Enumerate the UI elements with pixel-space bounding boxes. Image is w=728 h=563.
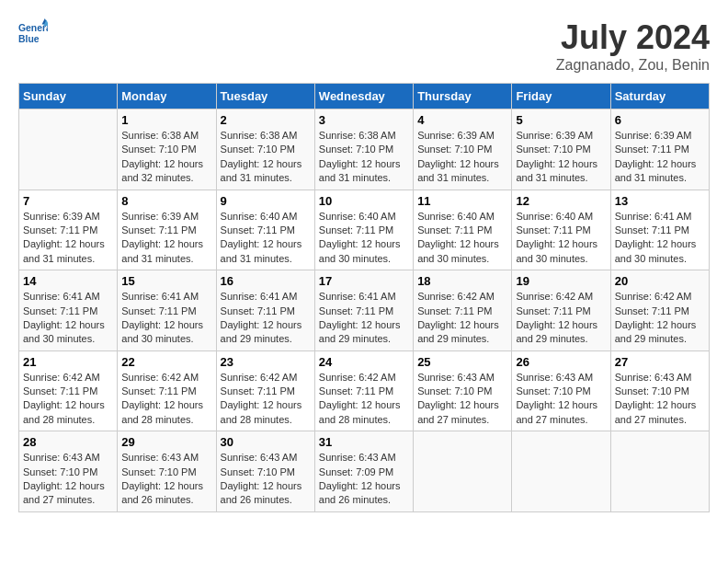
day-info: Sunrise: 6:41 AM Sunset: 7:11 PM Dayligh…: [615, 210, 705, 267]
daylight: Daylight: 12 hours and 31 minutes.: [221, 157, 311, 186]
daylight: Daylight: 12 hours and 27 minutes.: [417, 398, 507, 427]
calendar-cell: 17 Sunrise: 6:41 AM Sunset: 7:11 PM Dayl…: [314, 270, 413, 351]
sunrise: Sunrise: 6:43 AM: [516, 371, 606, 385]
sunset: Sunset: 7:11 PM: [221, 224, 311, 237]
day-info: Sunrise: 6:42 AM Sunset: 7:11 PM Dayligh…: [221, 371, 311, 428]
day-number: 14: [23, 274, 113, 288]
daylight: Daylight: 12 hours and 30 minutes.: [319, 237, 409, 266]
day-number: 12: [516, 194, 606, 208]
sunrise: Sunrise: 6:42 AM: [417, 290, 507, 304]
day-info: Sunrise: 6:41 AM Sunset: 7:11 PM Dayligh…: [221, 290, 311, 347]
daylight: Daylight: 12 hours and 27 minutes.: [516, 398, 606, 427]
day-number: 25: [417, 355, 507, 369]
sunset: Sunset: 7:10 PM: [417, 143, 507, 156]
day-info: Sunrise: 6:39 AM Sunset: 7:11 PM Dayligh…: [615, 129, 705, 186]
daylight: Daylight: 12 hours and 31 minutes.: [121, 237, 211, 266]
calendar-cell: 12 Sunrise: 6:40 AM Sunset: 7:11 PM Dayl…: [512, 190, 610, 270]
daylight: Daylight: 12 hours and 31 minutes.: [319, 157, 409, 186]
day-info: Sunrise: 6:43 AM Sunset: 7:09 PM Dayligh…: [319, 451, 409, 508]
day-info: Sunrise: 6:43 AM Sunset: 7:10 PM Dayligh…: [516, 371, 606, 428]
day-number: 20: [615, 274, 705, 288]
day-number: 13: [615, 194, 705, 208]
weekday-header-row: Sunday Monday Tuesday Wednesday Thursday…: [19, 84, 710, 109]
daylight: Daylight: 12 hours and 32 minutes.: [121, 157, 211, 186]
sunrise: Sunrise: 6:39 AM: [417, 129, 507, 143]
header-sunday: Sunday: [19, 84, 118, 109]
sunset: Sunset: 7:10 PM: [319, 143, 409, 156]
day-info: Sunrise: 6:43 AM Sunset: 7:10 PM Dayligh…: [221, 451, 311, 508]
svg-text:Blue: Blue: [18, 34, 40, 44]
daylight: Daylight: 12 hours and 31 minutes.: [23, 237, 113, 266]
calendar-cell: 21 Sunrise: 6:42 AM Sunset: 7:11 PM Dayl…: [19, 350, 118, 431]
daylight: Daylight: 12 hours and 31 minutes.: [516, 157, 606, 186]
daylight: Daylight: 12 hours and 28 minutes.: [221, 398, 311, 427]
calendar-cell: 24 Sunrise: 6:42 AM Sunset: 7:11 PM Dayl…: [314, 350, 413, 431]
calendar-cell: 11 Sunrise: 6:40 AM Sunset: 7:11 PM Dayl…: [414, 190, 512, 270]
calendar-week-row: 28 Sunrise: 6:43 AM Sunset: 7:10 PM Dayl…: [19, 431, 710, 512]
calendar-cell: 19 Sunrise: 6:42 AM Sunset: 7:11 PM Dayl…: [512, 270, 610, 351]
day-number: 1: [121, 113, 211, 127]
daylight: Daylight: 12 hours and 29 minutes.: [221, 318, 311, 347]
sunrise: Sunrise: 6:43 AM: [221, 451, 311, 465]
daylight: Daylight: 12 hours and 27 minutes.: [615, 398, 705, 427]
calendar-cell: 20 Sunrise: 6:42 AM Sunset: 7:11 PM Dayl…: [610, 270, 709, 351]
calendar-cell: 5 Sunrise: 6:39 AM Sunset: 7:10 PM Dayli…: [512, 109, 610, 190]
sunset: Sunset: 7:10 PM: [417, 385, 507, 398]
sunset: Sunset: 7:11 PM: [516, 224, 606, 237]
calendar-week-row: 21 Sunrise: 6:42 AM Sunset: 7:11 PM Dayl…: [19, 350, 710, 431]
calendar-cell: 31 Sunrise: 6:43 AM Sunset: 7:09 PM Dayl…: [314, 431, 413, 512]
day-info: Sunrise: 6:40 AM Sunset: 7:11 PM Dayligh…: [319, 210, 409, 267]
sunrise: Sunrise: 6:38 AM: [121, 129, 211, 143]
sunrise: Sunrise: 6:42 AM: [319, 371, 409, 385]
sunrise: Sunrise: 6:41 AM: [23, 290, 113, 304]
day-info: Sunrise: 6:42 AM Sunset: 7:11 PM Dayligh…: [516, 290, 606, 347]
sunrise: Sunrise: 6:43 AM: [319, 451, 409, 465]
daylight: Daylight: 12 hours and 29 minutes.: [417, 318, 507, 347]
calendar-cell: [512, 431, 610, 512]
daylight: Daylight: 12 hours and 29 minutes.: [615, 318, 705, 347]
page-subtitle: Zagnanado, Zou, Benin: [556, 57, 710, 74]
sunset: Sunset: 7:11 PM: [121, 224, 211, 237]
calendar-cell: 14 Sunrise: 6:41 AM Sunset: 7:11 PM Dayl…: [19, 270, 118, 351]
logo: General Blue General Blue: [18, 18, 48, 48]
calendar-week-row: 14 Sunrise: 6:41 AM Sunset: 7:11 PM Dayl…: [19, 270, 710, 351]
day-info: Sunrise: 6:42 AM Sunset: 7:11 PM Dayligh…: [319, 371, 409, 428]
day-info: Sunrise: 6:43 AM Sunset: 7:10 PM Dayligh…: [121, 451, 211, 508]
sunset: Sunset: 7:11 PM: [23, 385, 113, 398]
page-title: July 2024: [556, 18, 710, 57]
sunrise: Sunrise: 6:41 AM: [319, 290, 409, 304]
sunrise: Sunrise: 6:39 AM: [121, 210, 211, 224]
sunrise: Sunrise: 6:40 AM: [417, 210, 507, 224]
calendar-header: Sunday Monday Tuesday Wednesday Thursday…: [19, 84, 710, 109]
day-info: Sunrise: 6:40 AM Sunset: 7:11 PM Dayligh…: [417, 210, 507, 267]
calendar-table: Sunday Monday Tuesday Wednesday Thursday…: [18, 83, 710, 512]
day-number: 26: [516, 355, 606, 369]
sunset: Sunset: 7:09 PM: [319, 465, 409, 479]
sunrise: Sunrise: 6:39 AM: [516, 129, 606, 143]
sunrise: Sunrise: 6:42 AM: [516, 290, 606, 304]
calendar-cell: 2 Sunrise: 6:38 AM Sunset: 7:10 PM Dayli…: [216, 109, 314, 190]
calendar-cell: [19, 109, 118, 190]
sunset: Sunset: 7:11 PM: [121, 385, 211, 398]
day-info: Sunrise: 6:38 AM Sunset: 7:10 PM Dayligh…: [221, 129, 311, 186]
sunset: Sunset: 7:10 PM: [23, 465, 113, 479]
calendar-week-row: 1 Sunrise: 6:38 AM Sunset: 7:10 PM Dayli…: [19, 109, 710, 190]
sunset: Sunset: 7:10 PM: [121, 143, 211, 156]
daylight: Daylight: 12 hours and 30 minutes.: [417, 237, 507, 266]
day-info: Sunrise: 6:42 AM Sunset: 7:11 PM Dayligh…: [121, 371, 211, 428]
sunset: Sunset: 7:11 PM: [417, 304, 507, 318]
sunset: Sunset: 7:11 PM: [319, 304, 409, 318]
day-info: Sunrise: 6:42 AM Sunset: 7:11 PM Dayligh…: [23, 371, 113, 428]
day-number: 3: [319, 113, 409, 127]
day-info: Sunrise: 6:38 AM Sunset: 7:10 PM Dayligh…: [121, 129, 211, 186]
day-number: 23: [221, 355, 311, 369]
header-tuesday: Tuesday: [216, 84, 314, 109]
day-info: Sunrise: 6:42 AM Sunset: 7:11 PM Dayligh…: [417, 290, 507, 347]
day-info: Sunrise: 6:39 AM Sunset: 7:11 PM Dayligh…: [121, 210, 211, 267]
sunset: Sunset: 7:11 PM: [23, 304, 113, 318]
day-info: Sunrise: 6:43 AM Sunset: 7:10 PM Dayligh…: [615, 371, 705, 428]
sunrise: Sunrise: 6:42 AM: [23, 371, 113, 385]
sunrise: Sunrise: 6:43 AM: [417, 371, 507, 385]
sunset: Sunset: 7:11 PM: [615, 224, 705, 237]
calendar-cell: 8 Sunrise: 6:39 AM Sunset: 7:11 PM Dayli…: [118, 190, 216, 270]
